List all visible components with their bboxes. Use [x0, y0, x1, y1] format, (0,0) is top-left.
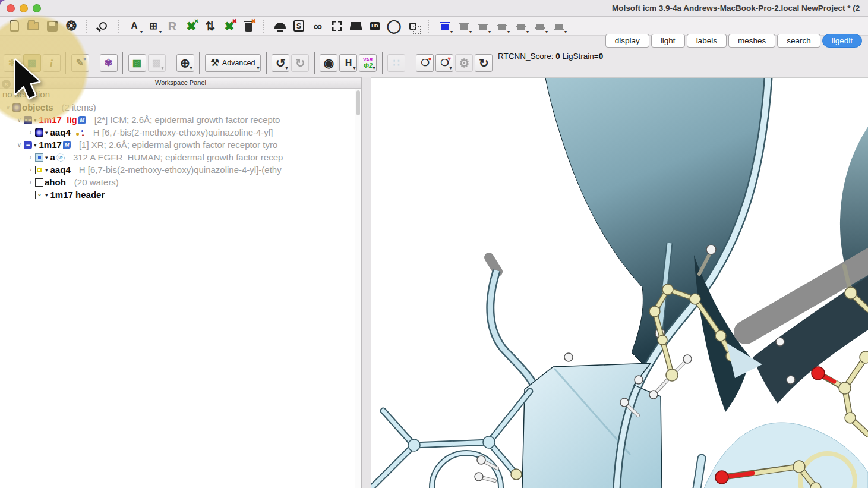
- ligedit-settings-button[interactable]: ⚙: [455, 54, 473, 72]
- clip-plane-3-button[interactable]: ▾: [473, 17, 492, 35]
- workspace-item-1m17-header[interactable]: ‹›▾1m17 header: [0, 188, 355, 201]
- clip-plane-6-button[interactable]: ▾: [530, 17, 549, 35]
- edit-structure-button[interactable]: ✎●: [71, 54, 89, 72]
- hydrogens-icon: H: [345, 58, 352, 68]
- disclosure-open-icon[interactable]: ∨: [15, 117, 24, 123]
- item-description: H [6,7-bis(2-methoxy-ethoxy)quinazoline-…: [93, 127, 273, 137]
- fragment-grid-button[interactable]: ∷: [387, 54, 405, 72]
- perspective-button[interactable]: [346, 17, 365, 35]
- selection-status: no selection: [0, 89, 361, 101]
- snapshot-button[interactable]: ❂: [62, 17, 81, 35]
- item-dropdown-icon[interactable]: ▾: [34, 142, 37, 148]
- workspace-item-aaq4[interactable]: ›▾aaq4H [6,7-bis(2-methoxy-ethoxy)quinaz…: [0, 126, 355, 138]
- tab-meshes[interactable]: meshes: [728, 34, 775, 48]
- select-all-button[interactable]: ✖✕: [182, 17, 201, 35]
- toolbar-separator: [118, 20, 119, 33]
- hd-quality-button[interactable]: HD: [365, 17, 384, 35]
- chemical-edit-button[interactable]: ✾: [100, 54, 118, 72]
- close-button[interactable]: [7, 4, 15, 12]
- close-selection-icon[interactable]: ✕: [2, 80, 11, 89]
- panel-scrollbar-thumb[interactable]: [356, 90, 360, 115]
- clip-plane-5-icon: [517, 22, 525, 30]
- item-dropdown-icon[interactable]: ▾: [45, 167, 48, 173]
- panel-divider[interactable]: [361, 77, 371, 488]
- light-settings-icon: [274, 23, 286, 29]
- object-info-button[interactable]: i: [43, 54, 61, 72]
- new-document-button[interactable]: [5, 17, 24, 35]
- clip-plane-7-button[interactable]: ▾: [549, 17, 568, 35]
- item-dropdown-icon[interactable]: ▾: [34, 117, 37, 123]
- rock-view-button[interactable]: [403, 17, 422, 35]
- disclosure-closed-icon[interactable]: ›: [26, 166, 35, 173]
- whitebox-object-icon[interactable]: [35, 178, 43, 187]
- disclosure-closed-icon[interactable]: ›: [26, 179, 35, 185]
- tab-labels[interactable]: labels: [687, 34, 727, 48]
- residue-label-button[interactable]: R: [163, 17, 182, 35]
- workspace-item-a[interactable]: ›▾aUP312 A EGFR_HUMAN; epidermal growth …: [0, 151, 355, 163]
- workspace-item-objects[interactable]: ∨objects(2 items): [0, 101, 355, 114]
- sphere-object-icon[interactable]: [12, 103, 21, 112]
- unselect-button[interactable]: ✖✖: [220, 17, 239, 35]
- yellowbox-object-icon[interactable]: [35, 166, 43, 174]
- toolbar-separator: [199, 52, 200, 74]
- clip-plane-1-button[interactable]: ▾: [435, 17, 454, 35]
- surface-plain-button[interactable]: ▩▾: [148, 54, 166, 72]
- clip-plane-2-button[interactable]: ▾: [454, 17, 473, 35]
- panel-scrollbar[interactable]: [355, 89, 361, 488]
- light-settings-button[interactable]: [270, 17, 289, 35]
- redo-button[interactable]: ↻: [291, 54, 309, 72]
- advanced-menu-button[interactable]: ⚒Advanced▾: [205, 54, 261, 72]
- item-dropdown-icon[interactable]: ▾: [45, 130, 48, 136]
- minimize-button[interactable]: [20, 4, 28, 12]
- molecule-badge-icon: M: [63, 141, 71, 149]
- clip-plane-5-button[interactable]: ▾: [511, 17, 530, 35]
- surface-color-button[interactable]: ▩: [128, 54, 146, 72]
- fullscreen-button[interactable]: [327, 17, 346, 35]
- workspace-item-ahoh[interactable]: ›ahoh(20 waters): [0, 176, 355, 188]
- invert-order-button[interactable]: ⇅: [201, 17, 220, 35]
- disclosure-open-icon[interactable]: ∨: [15, 141, 24, 148]
- tab-ligedit[interactable]: ligedit: [822, 34, 862, 48]
- center-view-button[interactable]: ◉: [320, 54, 337, 72]
- shadow-toggle-button[interactable]: ◯: [384, 17, 403, 35]
- bluebox-object-icon[interactable]: [35, 153, 43, 162]
- disclosure-closed-icon[interactable]: ›: [26, 154, 35, 160]
- add-label-button[interactable]: ⊞▾: [144, 17, 163, 35]
- display-meshes-button[interactable]: ▩: [23, 54, 41, 72]
- undo-button[interactable]: ↺▾: [272, 54, 289, 72]
- item-label: 1m17_lig: [39, 115, 77, 125]
- save-project-button[interactable]: [43, 17, 62, 35]
- label-atoms-button[interactable]: A▾: [125, 17, 144, 35]
- variables-phi-button[interactable]: VARΦ2▾: [359, 54, 377, 72]
- sphere-object-icon[interactable]: [35, 128, 43, 137]
- clip-plane-4-button[interactable]: ▾: [492, 17, 511, 35]
- item-dropdown-icon[interactable]: ▾: [45, 192, 48, 198]
- zoom-button[interactable]: [33, 4, 41, 12]
- code-object-icon[interactable]: ‹›: [35, 191, 43, 199]
- hydrogens-button[interactable]: H▾: [339, 54, 357, 72]
- snapshot-icon: ❂: [66, 20, 77, 33]
- workspace-item-1m17[interactable]: ∨−▾1m17M[1] XR; 2.6Å; epidermal growth f…: [0, 138, 355, 151]
- minus-object-icon[interactable]: −: [24, 141, 32, 149]
- open-file-button[interactable]: [24, 17, 43, 35]
- tab-search[interactable]: search: [777, 34, 820, 48]
- molecule-scene[interactable]: [371, 78, 868, 488]
- tab-display[interactable]: display: [605, 34, 649, 48]
- molecular-viewport[interactable]: [371, 77, 868, 488]
- disclosure-open-icon[interactable]: ∨: [4, 104, 12, 111]
- delete-selection-button[interactable]: ✖: [239, 17, 258, 35]
- workspace-item-aaq4[interactable]: ›▾aaq4H [6,7-bis(2-methoxy-ethoxy)quinaz…: [0, 163, 355, 176]
- ligand-pocket-button[interactable]: ❍●: [416, 54, 434, 72]
- ligand-favorites-button[interactable]: ❍♥▾: [435, 54, 453, 72]
- refresh-score-button[interactable]: ↻: [475, 54, 493, 72]
- icm-object-icon[interactable]: ICM: [24, 116, 32, 124]
- workspace-item-1m17-lig[interactable]: ∨ICM▾1m17_ligM[2*] ICM; 2.6Å; epidermal …: [0, 114, 355, 126]
- stereo-view-button[interactable]: ∞: [308, 17, 327, 35]
- disclosure-closed-icon[interactable]: ›: [26, 129, 35, 136]
- tab-light[interactable]: light: [651, 34, 685, 48]
- display-ballstick-button[interactable]: ✼: [4, 54, 21, 72]
- item-dropdown-icon[interactable]: ▾: [45, 155, 48, 160]
- smooth-display-button[interactable]: S: [289, 17, 308, 35]
- query-search-button[interactable]: [93, 17, 112, 35]
- add-object-button[interactable]: ⊕▾: [176, 54, 194, 72]
